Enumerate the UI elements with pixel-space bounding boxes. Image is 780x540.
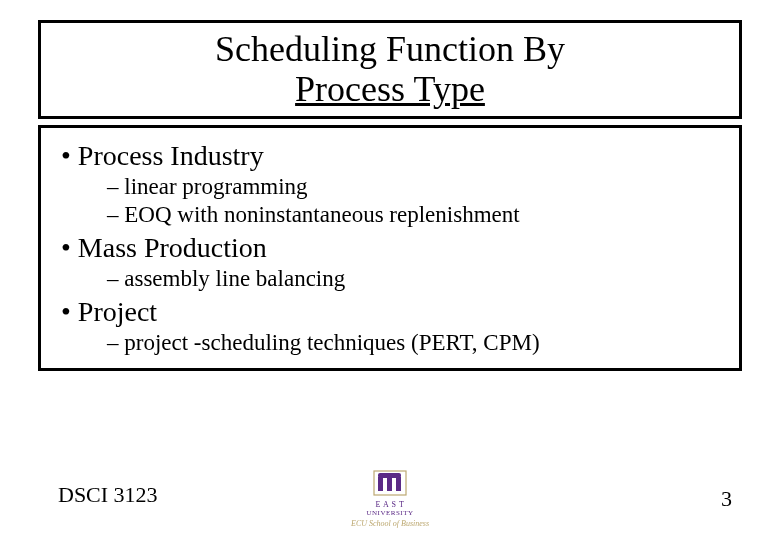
content-box: Process Industry linear programming EOQ … bbox=[38, 125, 742, 371]
subbullet: assembly line balancing bbox=[107, 266, 725, 292]
svg-rect-2 bbox=[387, 477, 392, 491]
course-code: DSCI 3123 bbox=[58, 482, 158, 508]
subbullet: project -scheduling techniques (PERT, CP… bbox=[107, 330, 725, 356]
slide-title: Scheduling Function By Process Type bbox=[41, 29, 739, 110]
svg-rect-4 bbox=[378, 473, 401, 478]
footer: DSCI 3123 E A S T UNIVERSITY ECU School … bbox=[0, 470, 780, 530]
svg-rect-1 bbox=[378, 477, 383, 491]
logo-university-text: UNIVERSITY bbox=[351, 509, 429, 517]
bullet-project: Project bbox=[61, 296, 725, 328]
subbullet: linear programming bbox=[107, 174, 725, 200]
logo-icon bbox=[372, 469, 408, 499]
title-line-1: Scheduling Function By bbox=[215, 29, 565, 69]
bullet-process-industry: Process Industry bbox=[61, 140, 725, 172]
title-line-2: Process Type bbox=[295, 69, 485, 109]
subbullet: EOQ with noninstantaneous replenishment bbox=[107, 202, 725, 228]
bullet-mass-production: Mass Production bbox=[61, 232, 725, 264]
svg-rect-3 bbox=[396, 477, 401, 491]
logo-school-text: ECU School of Business bbox=[351, 519, 429, 528]
logo-banner-text: E A S T bbox=[351, 500, 429, 509]
title-box: Scheduling Function By Process Type bbox=[38, 20, 742, 119]
university-logo: E A S T UNIVERSITY ECU School of Busines… bbox=[351, 469, 429, 528]
page-number: 3 bbox=[721, 486, 732, 512]
